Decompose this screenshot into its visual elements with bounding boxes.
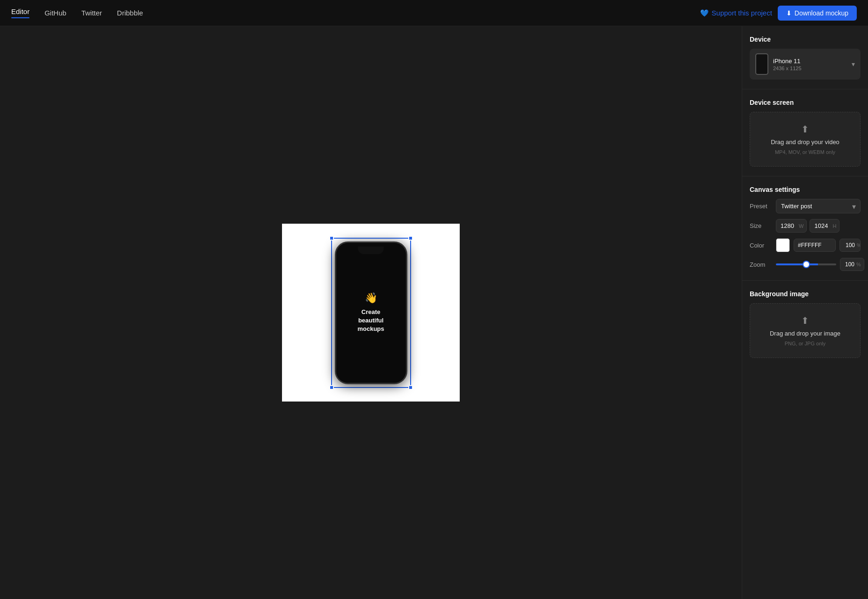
color-swatch[interactable]: [776, 238, 790, 252]
chevron-down-icon: ▾: [852, 60, 855, 68]
size-input-group: W H: [776, 219, 861, 233]
upload-image-icon: ⬆: [801, 315, 809, 326]
color-label: Color: [750, 242, 772, 249]
heart-icon: 💙: [700, 9, 709, 17]
zoom-slider[interactable]: [776, 263, 836, 265]
phone-text: Create beautiful mockups: [357, 308, 384, 334]
canvas-board[interactable]: 👋 Create beautiful mockups: [282, 224, 460, 402]
download-button[interactable]: ⬇ Download mockup: [778, 6, 857, 21]
app-header: Editor GitHub Twitter Dribbble 💙 Support…: [0, 0, 868, 26]
height-unit: H: [832, 223, 839, 229]
device-screen-title: Device screen: [750, 99, 861, 106]
divider-1: [742, 89, 868, 89]
device-icon: [755, 53, 768, 75]
zoom-label: Zoom: [750, 261, 772, 268]
image-upload-area[interactable]: ⬆ Drag and drop your image PNG, or JPG o…: [750, 303, 861, 358]
device-info: iPhone 11 2436 x 1125: [773, 58, 847, 71]
width-unit: W: [798, 223, 806, 229]
main-layout: 👋 Create beautiful mockups Device iPh: [0, 26, 868, 599]
divider-2: [742, 176, 868, 176]
video-upload-area[interactable]: ⬆ Drag and drop your video MP4, MOV, or …: [750, 112, 861, 167]
device-selector[interactable]: iPhone 11 2436 x 1125 ▾: [750, 49, 861, 80]
canvas-area[interactable]: 👋 Create beautiful mockups: [0, 26, 742, 599]
support-button[interactable]: 💙 Support this project: [700, 9, 772, 17]
device-name: iPhone 11: [773, 58, 847, 65]
zoom-slider-wrap: [776, 263, 836, 265]
color-hex-input[interactable]: [794, 239, 836, 252]
preset-row: Preset Twitter post Instagram post Faceb…: [750, 199, 861, 213]
nav-dribbble[interactable]: Dribbble: [117, 7, 143, 19]
upload-video-hint: MP4, MOV, or WEBM only: [775, 149, 835, 155]
size-label: Size: [750, 222, 772, 229]
opacity-input-wrap: %: [839, 239, 861, 252]
handle-tr[interactable]: [408, 236, 413, 241]
upload-image-label: Drag and drop your image: [770, 330, 840, 337]
phone-screen: 👋 Create beautiful mockups: [336, 243, 406, 383]
upload-image-hint: PNG, or JPG only: [785, 341, 825, 346]
size-row: Size W H: [750, 219, 861, 233]
main-nav: Editor GitHub Twitter Dribbble: [11, 6, 700, 20]
height-input[interactable]: [810, 219, 832, 232]
zoom-row: Zoom %: [750, 258, 861, 271]
header-actions: 💙 Support this project ⬇ Download mockup: [700, 6, 857, 21]
upload-icon: ⬆: [801, 124, 809, 135]
right-panel: Device iPhone 11 2436 x 1125 ▾ Device sc…: [742, 26, 868, 599]
background-image-section: Background image ⬆ Drag and drop your im…: [750, 290, 861, 358]
download-icon: ⬇: [786, 9, 792, 17]
handle-tl[interactable]: [329, 236, 334, 241]
preset-select[interactable]: Twitter post Instagram post Facebook pos…: [776, 199, 861, 213]
handle-bl[interactable]: [329, 385, 334, 390]
device-section: Device iPhone 11 2436 x 1125 ▾: [750, 36, 861, 80]
canvas-settings-title: Canvas settings: [750, 186, 861, 193]
phone-mockup[interactable]: 👋 Create beautiful mockups: [335, 241, 407, 384]
phone-emoji: 👋: [365, 292, 377, 304]
device-section-title: Device: [750, 36, 861, 43]
color-row: Color %: [750, 238, 861, 252]
phone-body: 👋 Create beautiful mockups: [335, 241, 407, 384]
zoom-input-wrap: %: [840, 258, 864, 271]
opacity-unit: %: [857, 242, 861, 248]
background-image-title: Background image: [750, 290, 861, 298]
width-input[interactable]: [776, 219, 798, 232]
preset-label: Preset: [750, 203, 772, 210]
zoom-input[interactable]: [840, 258, 856, 270]
height-input-wrap: H: [810, 219, 839, 233]
handle-br[interactable]: [408, 385, 413, 390]
upload-video-label: Drag and drop your video: [771, 139, 839, 146]
nav-editor[interactable]: Editor: [11, 6, 29, 20]
device-screen-section: Device screen ⬆ Drag and drop your video…: [750, 99, 861, 167]
preset-select-wrap[interactable]: Twitter post Instagram post Facebook pos…: [776, 199, 861, 213]
zoom-unit: %: [856, 262, 864, 267]
divider-3: [742, 280, 868, 281]
opacity-input[interactable]: [840, 239, 857, 251]
nav-github[interactable]: GitHub: [44, 7, 66, 19]
canvas-settings-section: Canvas settings Preset Twitter post Inst…: [750, 186, 861, 271]
device-dims: 2436 x 1125: [773, 66, 847, 71]
phone-notch: [358, 247, 384, 254]
width-input-wrap: W: [776, 219, 807, 233]
nav-twitter[interactable]: Twitter: [81, 7, 102, 19]
